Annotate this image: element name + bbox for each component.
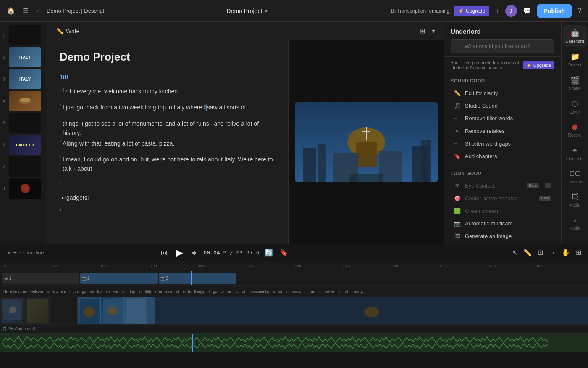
eye-contact-label: Eye Contact <box>465 183 495 189</box>
shorten-gaps-item[interactable]: ⊣⊢ Shorten word gaps <box>451 137 554 150</box>
hide-timeline-icon: ≡ <box>8 249 11 256</box>
subtitle-word: everyone, <box>10 289 27 294</box>
automatic-multicam-item[interactable]: 📷 Automatic multicam <box>451 217 554 230</box>
clip-2[interactable]: 📷 2 <box>80 273 158 284</box>
transcript-text-3: things. I got to see a lot of monuments,… <box>63 119 275 138</box>
transcript-line-3: / things. I got to see a lot of monument… <box>60 119 275 138</box>
studio-sound-item[interactable]: 🎵 Studio Sound <box>451 99 554 112</box>
transcript-text-2: I just got back from a two week long tri… <box>63 103 275 112</box>
media-panel-btn[interactable]: 🖼 Media <box>563 189 587 211</box>
subtitle-word: ... <box>304 289 308 294</box>
skip-forward-button[interactable]: ⏭ <box>190 247 200 258</box>
upgrade-button-plan[interactable]: ⚡ Upgrade <box>523 61 554 69</box>
ruler-mark: 0:04 <box>197 264 245 268</box>
list-item[interactable]: 8 <box>3 178 43 199</box>
hide-timeline-button[interactable]: ≡ Hide timeline <box>5 248 47 257</box>
svg-rect-13 <box>349 174 383 182</box>
subtitle-word: lot <box>278 289 282 294</box>
help-button[interactable]: ? <box>576 5 583 16</box>
crop-tool[interactable]: ⊡ <box>536 247 545 258</box>
trim-tool[interactable]: ↔ <box>547 247 557 258</box>
add-chapters-item[interactable]: 🔖 Add chapters <box>451 150 554 162</box>
remove-retakes-icon: ↩ <box>454 127 461 134</box>
list-item[interactable]: 6 GADGETS! <box>3 135 43 155</box>
elements-icon: ✦ <box>572 146 578 155</box>
text-editor[interactable]: Demo Project Tiff / ♩ ♪ Hi everyone, wel… <box>46 40 288 244</box>
subtitle-word: to <box>47 289 50 294</box>
underlord-search-input[interactable] <box>451 39 554 53</box>
play-button[interactable]: ▶ <box>173 246 186 259</box>
project-dropdown-icon[interactable]: ▾ <box>265 8 268 14</box>
project-icon: 📁 <box>570 52 580 61</box>
undo-button[interactable]: ↩ <box>34 6 42 16</box>
hide-timeline-label: Hide timeline <box>13 249 44 256</box>
list-item[interactable]: 1 <box>3 25 43 45</box>
record-panel-btn[interactable]: ⏺ Record <box>563 119 587 141</box>
line-controls-5: / <box>60 155 61 161</box>
timeline-ruler: 0:00 0:01 0:02 0:03 0:04 0:05 0:06 0:07 … <box>0 261 588 271</box>
music-panel-btn[interactable]: ♪ Music <box>563 212 587 234</box>
write-button[interactable]: ✏️ Write <box>53 26 83 36</box>
remove-filler-item[interactable]: ⊣⊢ Remove filler words <box>451 112 554 124</box>
subtitle-word: Italy <box>145 289 152 294</box>
subtitle-word: to <box>220 289 224 294</box>
edit-clarity-item[interactable]: ✏️ Edit for clarity <box>451 87 554 99</box>
captions-panel-btn[interactable]: CC Captions <box>563 166 587 188</box>
layer-panel-btn[interactable]: ⬡ Layer <box>563 96 587 118</box>
subtitle-word: of <box>242 289 245 294</box>
edit-tool[interactable]: ✏️ <box>522 247 533 258</box>
clip-1[interactable]: ■ 1 <box>2 273 79 284</box>
menu-button[interactable]: ☰ <box>21 5 30 16</box>
upgrade-button-top[interactable]: ⚡ Upgrade <box>454 6 489 16</box>
generate-image-item[interactable]: 🖼 Generate an image <box>451 230 554 242</box>
plan-info: Your Free plan includes 5 uses of Underl… <box>444 57 561 74</box>
subtitle-word: lot <box>338 289 342 294</box>
subtitle-word: I <box>69 289 71 294</box>
subtitle-word: of <box>345 289 348 294</box>
layer-icon: ⬡ <box>572 99 578 109</box>
list-item[interactable]: 5 <box>3 113 43 133</box>
clip-3[interactable]: 📷 3 <box>159 273 236 284</box>
studio-sound-icon: 🎵 <box>454 102 461 109</box>
scene-panel-btn[interactable]: 🎬 Scene <box>563 72 587 94</box>
eye-contact-item: 👁 Eye Contact Beta + <box>451 179 554 192</box>
slash-icon-5: / <box>60 156 61 161</box>
transcript-line-2: / I just got back from a two week long t… <box>60 103 275 112</box>
underlord-header: Underlord 🔍 <box>444 22 561 57</box>
list-item[interactable]: 2 ITALY <box>3 47 43 67</box>
thumbnail-2: ITALY <box>9 47 41 67</box>
arrow-tool[interactable]: ↖ <box>510 247 519 258</box>
list-item[interactable]: 4 <box>3 91 43 111</box>
layout-toggle[interactable]: ⊞ <box>418 25 427 37</box>
transcript-line-6: / <box>60 180 275 186</box>
subtitle-word: a <box>273 289 275 294</box>
caption-tool[interactable]: ⊞ <box>574 247 583 258</box>
cursor-line <box>60 209 275 211</box>
bookmark-button[interactable]: 🔖 <box>278 247 290 258</box>
thumbnail-8 <box>9 178 41 199</box>
home-button[interactable]: 🏠 <box>5 5 17 16</box>
remove-retakes-item[interactable]: ↩ Remove retakes <box>451 124 554 137</box>
subtitle-word: Hi <box>3 289 7 294</box>
subtitle-word: lon <box>121 289 126 294</box>
edit-clarity-label: Edit for clarity <box>465 90 498 96</box>
hand-tool[interactable]: ✋ <box>560 247 572 258</box>
clip-track: ■ 1 📷 2 📷 3 <box>0 271 588 286</box>
subtitle-word: an <box>311 289 315 294</box>
ruler-mark: 0:03 <box>149 264 197 268</box>
skip-back-button[interactable]: ⏮ <box>159 247 169 258</box>
layout-dropdown[interactable]: ▾ <box>430 25 437 37</box>
project-panel-btn[interactable]: 📁 Project <box>563 49 587 71</box>
list-item[interactable]: 7 <box>3 156 43 177</box>
elements-panel-btn[interactable]: ✦ Elements <box>563 143 587 164</box>
topbar: 🏠 ☰ ↩ Demo Project | Descript Demo Proje… <box>0 0 588 22</box>
plan-text: Your Free plan includes 5 uses of Underl… <box>451 60 523 70</box>
loop-button[interactable]: 🔄 <box>263 247 275 258</box>
add-button[interactable]: + <box>494 5 501 16</box>
list-item[interactable]: 3 ITALY <box>3 69 43 89</box>
underlord-panel-btn[interactable]: 🤖 Underlord <box>563 25 587 47</box>
chat-button[interactable]: 💬 <box>521 5 533 16</box>
publish-button[interactable]: Publish <box>537 4 572 18</box>
add-chapters-icon: 🔖 <box>454 153 461 159</box>
thumb-segment-3 <box>155 297 588 324</box>
